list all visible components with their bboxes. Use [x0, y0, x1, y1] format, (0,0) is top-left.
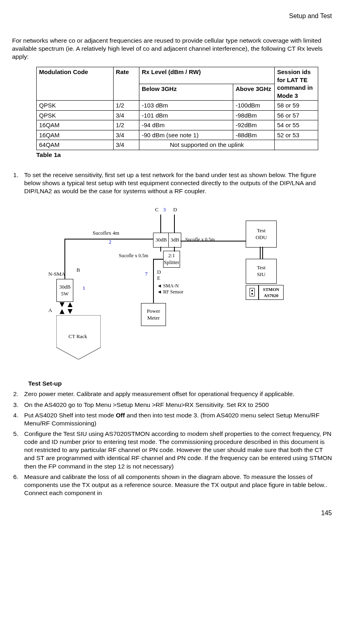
table-row: QPSK 3/4 -101 dBm -98dBm 56 or 57: [37, 110, 318, 120]
label-rfsensor: ◄ RF Sensor: [157, 289, 183, 295]
wire: [174, 247, 175, 252]
wire: [64, 239, 161, 239]
label-sucoflex05a: Sucofle x 0.5m: [119, 253, 148, 259]
stmon: STMON AS7020: [259, 285, 284, 300]
step-6: Measure and calibrate the loss of all co…: [20, 473, 332, 497]
attenuator-30db: 30dB: [153, 233, 169, 248]
attenuator-3db: 3dB: [168, 233, 181, 248]
svg-point-2: [251, 290, 253, 291]
step-3: On the AS4020 go to Top Menu >Setup Menu…: [20, 401, 332, 409]
step-1: To set the receive sensitivity, first se…: [20, 171, 332, 388]
table-row: 16QAM 1/2 -94 dBm -92dBm 54 or 55: [37, 120, 318, 130]
num-1: 1: [83, 285, 85, 292]
col-mod: Modulation Code: [37, 67, 114, 101]
wire: [153, 283, 154, 303]
antenna-icon: [68, 309, 73, 314]
label-b: B: [77, 267, 80, 274]
test-siu: Test SIU: [246, 259, 277, 284]
wire: [153, 259, 154, 283]
label-nsma: N-SMA: [48, 271, 65, 278]
antenna-icon: [60, 309, 64, 314]
col-rx: Rx Level (dBm / RW): [139, 67, 275, 84]
col-rate: Rate: [113, 67, 139, 101]
col-session: Session ids for LAT TE command in Mode 3: [275, 67, 318, 101]
num-3: 3: [163, 206, 166, 213]
ct-rack-label: CT Rack: [68, 333, 87, 340]
label-e: E: [157, 275, 160, 282]
splitter: 2:1 Splitter: [163, 251, 180, 268]
section-header: Setup and Test: [12, 12, 332, 21]
label-sucoflex4m: Sucoflex 4m: [93, 230, 119, 237]
page-number: 145: [12, 509, 332, 518]
svg-point-3: [251, 293, 253, 295]
col-above: Above 3GHz: [233, 84, 275, 101]
test-setup-diagram: CT Rack 30dB 5W A B 1 N-SMA Sucoflex 4m …: [48, 198, 298, 376]
wire: [64, 259, 65, 279]
label-a: A: [48, 307, 52, 314]
antenna-icon: [68, 302, 73, 307]
wire: [174, 215, 175, 233]
step-5: Configure the Test SIU using AS7020STMON…: [20, 430, 332, 471]
wire: [160, 215, 161, 233]
wire-thick: [260, 247, 263, 259]
antenna-icon: [60, 302, 64, 307]
procedure-list: To set the receive sensitivity, first se…: [12, 171, 332, 497]
step-1-text: To set the receive sensitivity, first se…: [24, 171, 316, 194]
label-sman: ◄ SMA-N: [157, 283, 179, 289]
wire: [180, 241, 247, 242]
label-sucoflex05b: Sucofle x 0.5m: [185, 237, 215, 243]
step-2: Zero power meter. Calibrate and apply me…: [20, 390, 332, 398]
num-2: 2: [109, 239, 112, 246]
wire: [64, 239, 65, 260]
test-setup-heading: Test Set-up: [28, 380, 332, 388]
table-row: 64QAM 3/4 Not supported on the uplink: [37, 140, 318, 150]
label-d: D: [173, 206, 177, 213]
intro-paragraph: For networks where co or adjacent freque…: [12, 37, 332, 61]
connector-icon: [246, 285, 259, 300]
attenuator-30db-5w: 30dB 5W: [56, 279, 73, 302]
table-row: 16QAM 3/4 -90 dBm (see note 1) -88dBm 52…: [37, 130, 318, 140]
col-below: Below 3GHz: [139, 84, 233, 101]
label-c: C: [155, 206, 159, 213]
step-4: Put AS4020 Shelf into test mode Off and …: [20, 411, 332, 427]
table-row: QPSK 1/2 -103 dBm -100dBm 58 or 59: [37, 101, 318, 111]
table-caption: Table 1a: [36, 151, 332, 159]
svg-rect-1: [250, 288, 255, 296]
rx-level-table: Modulation Code Rate Rx Level (dBm / RW)…: [36, 67, 318, 150]
test-odu: Test ODU: [246, 221, 277, 248]
serial-icon: [248, 287, 256, 297]
wire: [160, 247, 161, 252]
num-7: 7: [145, 271, 148, 278]
wire: [153, 259, 163, 260]
power-meter: Power Meter: [141, 303, 166, 326]
